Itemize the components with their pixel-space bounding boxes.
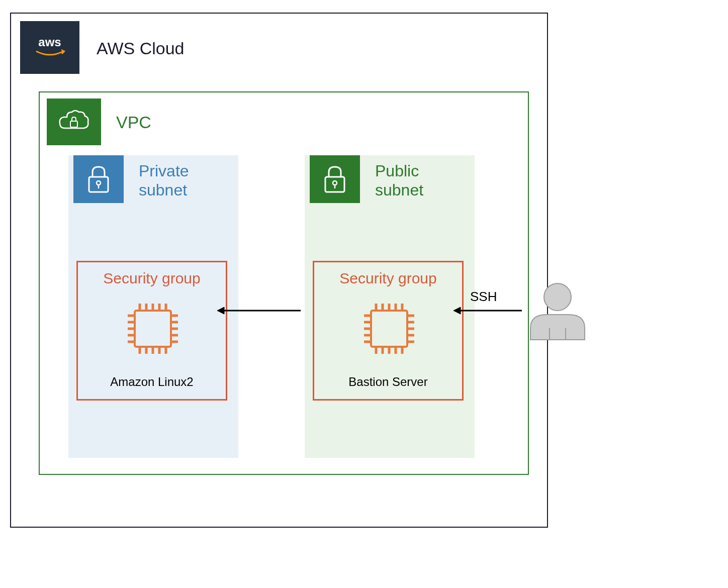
instance-label: Bastion Server: [314, 375, 462, 389]
svg-point-54: [544, 283, 571, 311]
ssh-connection-label: SSH: [470, 289, 497, 305]
ec2-instance-icon: [357, 297, 421, 361]
private-security-group: Security group: [76, 261, 227, 401]
user-icon: [521, 280, 594, 343]
svg-marker-51: [217, 307, 224, 314]
security-group-label: Security group: [314, 270, 462, 287]
public-security-group: Security group: [313, 261, 464, 401]
arrow-bastion-to-private: [216, 306, 302, 316]
security-group-label: Security group: [78, 270, 226, 287]
svg-point-3: [97, 181, 101, 185]
public-subnet-label: Public subnet: [375, 161, 423, 200]
vpc-container: VPC Private subnet Security group: [39, 91, 529, 475]
instance-label: Amazon Linux2: [78, 375, 226, 389]
vpc-label: VPC: [116, 113, 151, 132]
public-subnet-container: Public subnet Security group: [305, 155, 475, 458]
svg-marker-53: [453, 307, 461, 314]
ec2-instance-icon: [121, 297, 185, 361]
vpc-icon: [47, 99, 101, 145]
svg-rect-29: [371, 311, 407, 347]
svg-rect-5: [135, 311, 171, 347]
svg-rect-1: [70, 121, 77, 127]
aws-cloud-label: AWS Cloud: [97, 39, 184, 58]
private-subnet-container: Private subnet Security group: [68, 155, 238, 458]
svg-point-27: [333, 181, 337, 185]
svg-text:aws: aws: [38, 35, 61, 49]
arrow-user-to-bastion: [452, 306, 523, 316]
aws-logo-icon: aws: [20, 21, 79, 74]
private-subnet-label: Private subnet: [139, 161, 189, 200]
public-subnet-icon: [310, 155, 360, 203]
aws-cloud-container: aws AWS Cloud VPC Private sub: [10, 13, 548, 528]
private-subnet-icon: [73, 155, 124, 203]
